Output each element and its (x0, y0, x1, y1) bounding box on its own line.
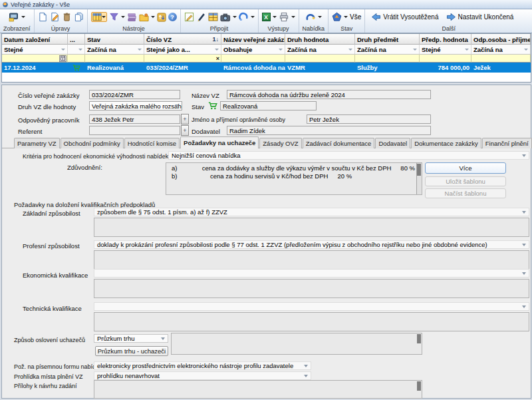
chevron-down-icon[interactable] (251, 16, 255, 18)
columns-settings-button[interactable] (91, 12, 107, 22)
chevron-down-icon[interactable] (102, 16, 106, 18)
column-header[interactable]: Datum založení (2, 34, 68, 45)
tab-financni-plneni[interactable]: Finanční plnění (482, 138, 532, 148)
scrollbar-thumb[interactable] (417, 164, 421, 176)
jmeno-field[interactable]: Petr Ježek (307, 114, 431, 124)
vratit-vysoutezena-button[interactable]: Vrátit Vysoutěžená (368, 13, 441, 21)
chevron-down-icon[interactable] (121, 16, 125, 18)
filter-operator[interactable]: Stejné jako a... (144, 45, 221, 55)
column-header[interactable]: Stav (85, 34, 144, 45)
scrollbar-thumb[interactable] (417, 334, 421, 343)
printer-icon[interactable] (279, 12, 289, 22)
edit-document-icon[interactable] (50, 12, 60, 22)
display-view-icon[interactable] (9, 12, 19, 23)
filter-operator[interactable]: Začíná na (471, 45, 531, 55)
nazev-vz-field[interactable]: Rámcová dohoda na údržbu zeleně 2024 (227, 90, 431, 99)
ulozit-sablonu-button[interactable]: Uložit šablonu (425, 176, 506, 186)
column-header[interactable]: Číslo VZ1↓ (144, 34, 221, 45)
ekonomicka-dropdown[interactable] (94, 269, 529, 278)
swirl-link-icon[interactable] (239, 12, 249, 22)
referent-lookup-button[interactable]: + (181, 125, 189, 136)
referent-field[interactable] (89, 126, 180, 135)
chevron-down-icon[interactable] (318, 16, 322, 18)
tab-parametry-vz[interactable]: Parametry VZ (14, 138, 60, 148)
nacist-sablonu-button[interactable]: Načíst šablonu (425, 188, 506, 198)
pruzkum-trhu-uchazeci-button[interactable]: Průzkum trhu - uchazeči (95, 346, 168, 356)
layers-icon[interactable] (127, 12, 137, 22)
filter-operator[interactable]: Obsahuje (221, 45, 285, 55)
druh-vz-dropdown[interactable]: Veřejná zakázka malého rozsahu (89, 101, 182, 110)
filter-input[interactable] (471, 55, 531, 63)
note-edit-icon[interactable] (184, 12, 194, 22)
column-header[interactable]: Druh předmět (355, 34, 420, 45)
table-row-selected[interactable]: 17.12.2024 Realizovaná 033/2024/ZMR Rámc… (2, 63, 531, 73)
tab-dodavatel[interactable]: Dodavatel (375, 138, 410, 148)
table-icon[interactable] (208, 13, 218, 21)
tab-zadavaci-dokumentace[interactable]: Zadávací dokumentace (303, 138, 375, 148)
filter-operator[interactable]: Začíná na (285, 45, 355, 55)
ekonomicka-textarea[interactable] (94, 279, 529, 298)
sort-tool-icon[interactable] (157, 13, 166, 22)
zduvodneni-textarea[interactable]: a)cena za dodávky a služby dle výkazu vý… (166, 162, 422, 195)
tab-zasady-ovz[interactable]: Zásady OVZ (259, 138, 301, 148)
chevron-down-icon[interactable] (151, 16, 155, 18)
filter-input[interactable] (285, 55, 355, 63)
vice-button[interactable]: Více (425, 162, 506, 174)
filter-input[interactable] (68, 55, 85, 63)
status-pentagon-icon[interactable] (332, 12, 342, 22)
scrollbar-thumb[interactable] (417, 381, 421, 391)
filter-input[interactable]: × (144, 55, 221, 63)
filter-operator[interactable]: Stejné (2, 45, 68, 55)
clear-filter-icon[interactable]: × (216, 55, 220, 62)
filter-operator[interactable]: Začíná na (85, 45, 144, 55)
odpovedny-field[interactable]: 438 Ježek Petr (89, 114, 180, 124)
profesni-dropdown[interactable]: doklady k prokázání profesní způsobilost… (94, 240, 529, 249)
delete-document-icon[interactable] (62, 12, 72, 22)
chevron-down-icon[interactable] (233, 16, 237, 18)
scrollbar[interactable] (416, 163, 422, 194)
dodavatel-field[interactable]: Radim Zídek (227, 126, 431, 135)
zpusob-textarea[interactable] (171, 333, 422, 355)
filter-input[interactable] (85, 55, 144, 63)
filter-operator[interactable]: Stejné (420, 45, 471, 55)
odpovedny-lookup-button[interactable]: + (181, 114, 189, 124)
filter-input[interactable] (420, 55, 471, 63)
camera-icon[interactable] (220, 13, 231, 22)
column-header[interactable]: Odp.osoba - příjmení (471, 34, 531, 45)
technicka-dropdown[interactable] (94, 302, 529, 311)
stav-field[interactable]: Realizovaná (220, 101, 317, 110)
filter-input[interactable] (355, 55, 420, 63)
status-filter-value[interactable]: Vše (350, 13, 361, 21)
zakladni-textarea[interactable] (94, 218, 529, 237)
technicka-textarea[interactable] (94, 312, 529, 331)
chevron-down-icon[interactable] (291, 16, 295, 18)
column-header[interactable]: Název veřejné zakázky (221, 34, 285, 45)
excel-export-icon[interactable]: X (262, 13, 271, 21)
tab-pozadavky-na-uchazece[interactable]: Požadavky na uchazeče (180, 136, 259, 148)
prilohy-textarea[interactable] (94, 380, 422, 399)
poz-dropdown[interactable]: elektronicky prostřednictvím elektronick… (94, 361, 311, 370)
nastavit-ukoncena-button[interactable]: Nastavit Ukončená (444, 13, 517, 21)
help-icon[interactable]: ? (168, 13, 177, 21)
prohlidka-dropdown[interactable]: prohlídku nenavrhovat (94, 371, 311, 380)
chevron-down-icon[interactable] (273, 16, 277, 18)
new-document-icon[interactable] (38, 12, 48, 22)
profesni-textarea[interactable] (94, 250, 529, 270)
column-header[interactable]: ... (68, 34, 85, 45)
copy-document-icon[interactable] (74, 12, 84, 22)
folder-icon[interactable] (139, 13, 149, 22)
cislo-vz-field[interactable]: 033/2024/ZMR (89, 90, 180, 99)
tab-obchodni-podminky[interactable]: Obchodní podmínky (61, 138, 124, 148)
filter-operator[interactable]: Začíná na (355, 45, 420, 55)
filter-input[interactable] (2, 55, 68, 63)
kriteria-dropdown[interactable]: Nejnižší cenová nabídka (168, 151, 529, 160)
tab-dokumentace-zakazky[interactable]: Dokumentace zakázky (411, 138, 481, 148)
tab-hodnotici-komise[interactable]: Hodnotící komise (124, 138, 180, 148)
column-header[interactable]: Předp. hodnota (420, 34, 471, 45)
offer-swirl-icon[interactable] (305, 12, 316, 22)
calendar-picker-button[interactable] (59, 55, 66, 62)
filter-input[interactable] (221, 55, 285, 63)
column-header[interactable]: Druh hodnota (285, 34, 355, 45)
filter-icon[interactable] (109, 12, 119, 22)
pen-icon[interactable] (196, 12, 206, 22)
